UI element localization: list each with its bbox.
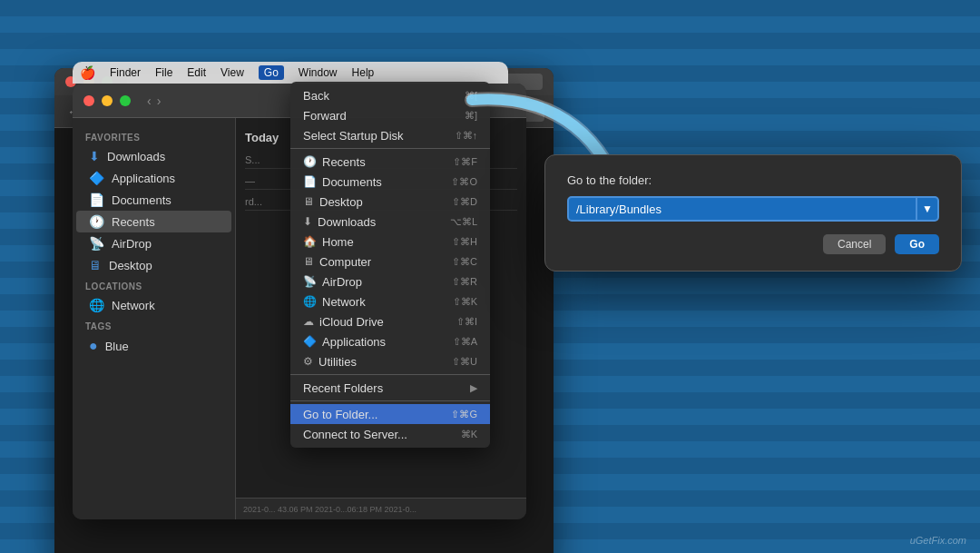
- menu-item-computer[interactable]: 🖥 Computer ⇧⌘C: [290, 252, 490, 272]
- window-menu-item[interactable]: Window: [299, 66, 338, 79]
- finder-bottom-bar: 2021-0... 43.06 PM 2021-0...06:18 PM 202…: [236, 498, 526, 519]
- dialog-folder-input[interactable]: [567, 196, 917, 222]
- recent-folders-arrow: ▶: [470, 382, 477, 394]
- dialog-title: Go to the folder:: [567, 173, 939, 187]
- edit-menu-item[interactable]: Edit: [187, 66, 206, 79]
- network-icon: 🌐: [89, 298, 104, 312]
- recents-icon: 🕐: [89, 214, 104, 229]
- menu-item-recent-folders[interactable]: Recent Folders ▶: [290, 378, 490, 398]
- finder-menu-item[interactable]: Finder: [110, 66, 141, 79]
- network-menu-label: Network: [322, 295, 366, 309]
- documents-icon: 📄: [89, 193, 104, 207]
- finder-minimize-button[interactable]: [102, 95, 113, 106]
- finder-back-button[interactable]: ‹: [147, 94, 152, 108]
- documents-shortcut: ⇧⌘O: [451, 176, 477, 188]
- back-label: Back: [303, 89, 329, 103]
- favorites-section-label: Favorites: [73, 127, 235, 145]
- icloud-menu-label: iCloud Drive: [319, 315, 384, 329]
- menu-item-downloads[interactable]: ⬇ Downloads ⌥⌘L: [290, 212, 490, 232]
- sidebar-item-airdrop[interactable]: 📡 AirDrop: [76, 232, 231, 254]
- network-shortcut: ⇧⌘K: [453, 296, 477, 308]
- sidebar-item-blue-tag[interactable]: ● Blue: [76, 334, 231, 358]
- watermark: uGetFix.com: [910, 535, 966, 546]
- sidebar-item-applications[interactable]: 🔷 Applications: [76, 167, 231, 189]
- menu-item-desktop[interactable]: 🖥 Desktop ⇧⌘D: [290, 192, 490, 212]
- menu-item-back[interactable]: Back ⌘[: [290, 85, 490, 105]
- sidebar-item-label-network: Network: [112, 299, 155, 312]
- airdrop-icon: 📡: [89, 236, 104, 251]
- go-menu-item[interactable]: Go: [259, 65, 284, 80]
- menu-item-network[interactable]: 🌐 Network ⇧⌘K: [290, 291, 490, 311]
- menu-item-documents[interactable]: 📄 Documents ⇧⌘O: [290, 172, 490, 192]
- bottom-bar-text: 2021-0... 43.06 PM 2021-0...06:18 PM 202…: [243, 505, 416, 514]
- menu-item-airdrop[interactable]: 📡 AirDrop ⇧⌘R: [290, 272, 490, 291]
- computer-shortcut: ⇧⌘C: [452, 256, 477, 268]
- menu-item-goto-folder[interactable]: Go to Folder... ⇧⌘G: [290, 404, 490, 424]
- network-menu-icon: 🌐: [303, 295, 317, 308]
- dialog-dropdown-arrow[interactable]: ▼: [917, 196, 939, 222]
- menu-item-startup-disk[interactable]: Select Startup Disk ⇧⌘↑: [290, 125, 490, 145]
- finder-fullscreen-button[interactable]: [120, 95, 131, 106]
- file-menu-item[interactable]: File: [155, 66, 172, 79]
- airdrop-menu-label: AirDrop: [322, 275, 362, 289]
- downloads-icon: ⬇: [89, 149, 100, 163]
- home-menu-label: Home: [322, 235, 354, 249]
- view-menu-item[interactable]: View: [220, 66, 244, 79]
- sidebar-item-label-recents: Recents: [112, 215, 155, 229]
- dialog-cancel-button[interactable]: Cancel: [823, 234, 886, 254]
- desktop-icon: 🖥: [89, 258, 102, 272]
- applications-menu-icon: 🔷: [303, 335, 317, 348]
- documents-menu-label: Documents: [322, 175, 382, 189]
- menu-item-recents[interactable]: 🕐 Recents ⇧⌘F: [290, 152, 490, 172]
- downloads-menu-icon: ⬇: [303, 215, 312, 228]
- finder-close-button[interactable]: [83, 95, 94, 106]
- sidebar-item-desktop[interactable]: 🖥 Desktop: [76, 254, 231, 276]
- finder-nav-area: ‹ ›: [147, 94, 161, 108]
- sidebar-item-label-blue: Blue: [105, 340, 129, 353]
- desktop-shortcut: ⇧⌘D: [452, 196, 477, 208]
- menu-item-icloud[interactable]: ☁ iCloud Drive ⇧⌘I: [290, 311, 490, 331]
- menu-item-applications[interactable]: 🔷 Applications ⇧⌘A: [290, 331, 490, 351]
- utilities-menu-label: Utilities: [318, 355, 357, 369]
- sidebar-item-network[interactable]: 🌐 Network: [76, 294, 231, 316]
- downloads-shortcut: ⌥⌘L: [450, 216, 477, 228]
- blue-tag-icon: ●: [89, 338, 98, 354]
- goto-folder-label: Go to Folder...: [303, 408, 377, 421]
- sidebar-item-label-documents: Documents: [112, 193, 172, 207]
- computer-menu-label: Computer: [319, 255, 371, 269]
- recents-menu-icon: 🕐: [303, 155, 317, 168]
- menu-separator-3: [290, 400, 490, 401]
- desktop-menu-icon: 🖥: [303, 195, 314, 208]
- menu-item-utilities[interactable]: ⚙ Utilities ⇧⌘U: [290, 351, 490, 371]
- recents-shortcut: ⇧⌘F: [453, 156, 477, 168]
- computer-menu-icon: 🖥: [303, 255, 314, 268]
- back-shortcut: ⌘[: [465, 90, 477, 102]
- sidebar-item-label-applications: Applications: [112, 172, 175, 185]
- applications-icon: 🔷: [89, 171, 104, 185]
- menu-item-forward[interactable]: Forward ⌘]: [290, 105, 490, 125]
- sidebar-item-label-desktop: Desktop: [109, 259, 152, 272]
- sidebar-item-recents[interactable]: 🕐 Recents: [76, 211, 231, 232]
- menu-item-home[interactable]: 🏠 Home ⇧⌘H: [290, 232, 490, 252]
- help-menu-item[interactable]: Help: [352, 66, 375, 79]
- applications-shortcut: ⇧⌘A: [453, 336, 477, 348]
- finder-forward-button[interactable]: ›: [157, 94, 162, 108]
- startup-disk-shortcut: ⇧⌘↑: [455, 130, 478, 142]
- finder-sidebar: Favorites ⬇ Downloads 🔷 Applications 📄 D…: [73, 118, 236, 519]
- menu-separator-2: [290, 374, 490, 375]
- sidebar-item-documents[interactable]: 📄 Documents: [76, 189, 231, 211]
- dialog-input-row: ▼: [567, 196, 939, 222]
- sidebar-item-downloads[interactable]: ⬇ Downloads: [76, 145, 231, 167]
- recents-menu-label: Recents: [322, 155, 366, 169]
- recent-folders-label: Recent Folders: [303, 381, 383, 395]
- menu-item-connect-server[interactable]: Connect to Server... ⌘K: [290, 424, 490, 444]
- forward-shortcut: ⌘]: [465, 110, 477, 122]
- go-dropdown-menu: Back ⌘[ Forward ⌘] Select Startup Disk ⇧…: [290, 82, 490, 448]
- dialog-go-button[interactable]: Go: [895, 234, 939, 254]
- mac-menubar: 🍎 Finder File Edit View Go Window Help: [73, 62, 508, 84]
- airdrop-menu-icon: 📡: [303, 275, 317, 288]
- utilities-shortcut: ⇧⌘U: [452, 356, 477, 368]
- apple-menu-icon[interactable]: 🍎: [80, 65, 95, 80]
- menu-separator-1: [290, 148, 490, 149]
- goto-folder-dialog: Go to the folder: ▼ Cancel Go: [544, 154, 962, 272]
